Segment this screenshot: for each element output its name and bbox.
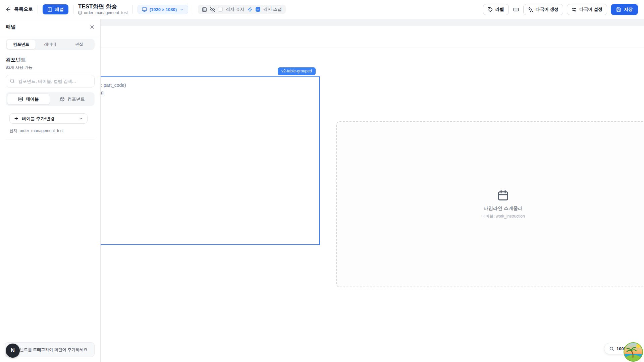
package-icon [60,97,65,102]
search-icon [10,78,15,83]
page-title: TEST화면 화승 [78,4,128,10]
scheduler-title: 타임라인 스케줄러 [484,205,523,212]
divider [193,5,193,14]
calendar-icon [497,189,509,201]
tab-edit[interactable]: 편집 [65,40,94,49]
resolution-selector[interactable]: (644 × 362) [138,5,188,14]
divider [132,5,133,14]
magnifier-icon [609,346,614,351]
plus-icon [14,116,19,121]
page-subtitle: order_management_test [78,10,128,15]
grid-snap-checkbox[interactable] [256,7,260,12]
components-panel: 패널 컴포넌트 레이어 편집 컴포넌트 83개 사용 가능 테이블 컴포넌트 [0,19,101,362]
timeline-scheduler-component[interactable]: 타임라인 스케줄러 테이블: work_instruction [336,121,644,287]
divider [73,5,73,14]
resolution-value: (644 × 362) [150,7,177,12]
add-table-button[interactable]: 테이블 추가/변경 [9,113,88,124]
grid-icon [202,7,207,12]
selected-component-badge: v2-table-grouped [278,67,316,75]
languages-icon [528,7,533,12]
panel-tabs: 컴포넌트 레이어 편집 [6,39,95,50]
monitor-icon [142,7,147,12]
component-subtitle-fragment: g [101,90,104,95]
collaborator-cursor-badge: N [6,344,20,358]
component-title-fragment: : part_code) [101,82,126,88]
filter-table-button[interactable]: 테이블 [7,94,50,105]
chevron-down-icon [179,7,184,12]
sliders-icon [572,7,577,12]
panel-title: 패널 [6,24,16,30]
keyboard-shortcuts-button[interactable] [513,7,520,12]
chevron-down-icon [78,116,83,121]
scheduler-table-label: 테이블: work_instruction [481,214,525,219]
grid-snap-label: 격자 스냅 [263,6,282,12]
grid-show-label: 격자 표시 [226,6,245,12]
save-icon [616,7,621,12]
components-section-title: 컴포넌트 [6,57,95,63]
i18n-settings-button[interactable]: 다국어 설정 [567,4,607,15]
grid-options-toolbar: 격자 표시 격자 스냅 [198,5,286,14]
tab-layers[interactable]: 레이어 [36,40,64,49]
tag-icon [488,7,493,12]
database-icon [18,97,23,102]
arrow-left-icon [5,6,11,12]
keyboard-icon [513,7,519,12]
panel-toggle-button[interactable]: 패널 [43,4,68,14]
tab-components[interactable]: 컴포넌트 [7,40,36,49]
divider [38,5,38,14]
component-search-input[interactable] [6,75,95,87]
top-toolbar: 목록으로 패널 TEST화면 화승 order_management_test [0,0,644,19]
zap-icon [248,7,253,12]
components-count: 83개 사용 가능 [6,65,95,70]
current-table-label: 현재: order_management_test [9,128,95,134]
i18n-generate-button[interactable]: 다국어 생성 [523,4,564,15]
filter-segmented-control: 테이블 컴포넌트 [6,92,95,106]
back-to-list-button[interactable]: 목록으로 [5,6,33,12]
island-avatar [623,342,643,362]
database-icon [78,11,82,15]
back-label: 목록으로 [14,6,33,12]
panel-left-icon [47,7,52,12]
save-button[interactable]: 저장 [611,4,638,15]
grid-show-checkbox[interactable] [218,7,223,12]
label-button[interactable]: 라벨 [483,4,509,15]
close-icon[interactable] [89,24,95,30]
eye-off-icon [210,7,215,12]
filter-component-button[interactable]: 컴포넌트 [51,94,94,105]
